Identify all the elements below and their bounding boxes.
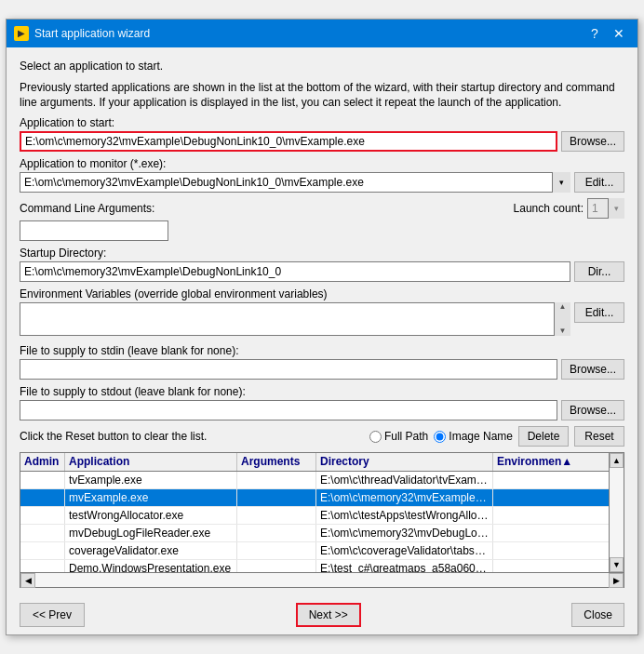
cell-admin [20,472,65,488]
full-path-radio[interactable] [369,431,382,443]
image-name-radio-label[interactable]: Image Name [434,430,513,443]
launch-count-select[interactable]: 1 [587,198,624,219]
env-vars-input-row: ▲ ▼ Edit... [20,302,624,339]
table-row[interactable]: coverageValidator.exe E:\om\c\coverageVa… [20,542,624,560]
col-header-directory: Directory [316,453,493,471]
stdin-input-row: Browse... [20,359,624,380]
cell-admin [20,560,65,572]
cell-directory: E:\om\c\memory32\mvDebugLogF... [316,525,493,541]
prev-button[interactable]: << Prev [20,603,85,627]
cell-arguments [237,560,316,572]
cell-application: tvExample.exe [65,472,237,488]
description-line1: Select an application to start. [20,59,624,74]
close-button[interactable]: Close [571,603,624,627]
cell-application: mvDebugLogFileReader.exe [65,525,237,541]
title-bar-left: ▶ Start application wizard [14,26,150,41]
stdout-browse-button[interactable]: Browse... [561,400,624,420]
app-to-start-input-row: Browse... [20,131,624,152]
app-to-monitor-edit-button[interactable]: Edit... [574,172,624,193]
table-row[interactable]: tvExample.exe E:\om\c\threadValidator\tv… [20,472,624,489]
footer-left: << Prev [20,603,85,627]
cell-admin [20,507,65,524]
horiz-scroll-track[interactable] [35,573,609,587]
cmdline-label-row: Command Line Arguments: Launch count: 1 … [20,198,624,219]
stdin-row: File to supply to stdin (leave blank for… [20,344,624,380]
env-scroll-up-icon[interactable]: ▲ [559,303,567,311]
cell-application: mvExample.exe [65,489,237,506]
cell-arguments [237,525,316,541]
table-row[interactable]: mvDebugLogFileReader.exe E:\om\c\memory3… [20,525,624,542]
app-to-start-input[interactable] [20,131,557,152]
footer-right: Close [571,603,624,627]
stdin-browse-button[interactable]: Browse... [561,359,624,380]
cmdline-input[interactable] [20,220,168,241]
app-to-monitor-select[interactable]: E:\om\c\memory32\mvExample\DebugNonLink1… [20,172,570,193]
env-vars-edit-button[interactable]: Edit... [574,302,624,323]
cell-arguments [237,472,316,488]
env-vars-scroll: ▲ ▼ [554,302,570,336]
startup-dir-input[interactable] [20,261,570,282]
cell-application: testWrongAllocator.exe [65,507,237,524]
startup-dir-button[interactable]: Dir... [574,261,624,282]
wizard-icon: ▶ [14,26,29,41]
image-name-radio[interactable] [434,431,446,443]
stdout-label: File to supply to stdout (leave blank fo… [20,385,624,398]
col-header-environment: Environmen▲ [493,453,624,471]
full-path-radio-text: Full Path [384,430,428,443]
description-line2: Previously started applications are show… [20,80,624,112]
startup-dir-input-row: Dir... [20,261,624,282]
stdout-input[interactable] [20,400,557,420]
app-to-monitor-row: Application to monitor (*.exe): E:\om\c\… [20,157,624,193]
start-application-wizard-dialog: ▶ Start application wizard ? ✕ Select an… [6,19,638,635]
env-vars-textarea[interactable] [20,302,570,336]
cell-application: Demo.WindowsPresentation.exe [65,560,237,572]
scroll-left-button[interactable]: ◀ [20,573,35,588]
footer-buttons: << Prev Next >> Close [7,595,637,634]
cell-environment [493,489,624,506]
window-close-button[interactable]: ✕ [608,24,630,43]
cmdline-row: Command Line Arguments: Launch count: 1 … [20,198,624,241]
col-header-arguments: Arguments [237,453,316,471]
delete-button[interactable]: Delete [518,426,569,447]
stdin-input[interactable] [20,359,557,380]
table-horizontal-scrollbar[interactable]: ◀ ▶ [20,573,624,588]
scroll-track[interactable] [610,468,624,557]
next-button[interactable]: Next >> [296,603,361,627]
dialog-content: Select an application to start. Previous… [7,47,637,595]
cell-environment [493,525,624,541]
app-to-monitor-label: Application to monitor (*.exe): [20,157,624,170]
full-path-radio-label[interactable]: Full Path [369,430,428,443]
app-to-start-label: Application to start: [20,116,624,129]
launch-count-label: Launch count: [514,202,584,215]
cell-arguments [237,489,316,506]
cell-directory: E:\om\c\memory32\mvExample\D... [316,489,493,506]
cell-environment [493,507,624,524]
app-to-start-row: Application to start: Browse... [20,116,624,152]
table-row[interactable]: Demo.WindowsPresentation.exe E:\test_c#\… [20,560,624,572]
startup-dir-row: Startup Directory: Dir... [20,247,624,282]
scroll-up-button[interactable]: ▲ [610,453,624,468]
cell-admin [20,525,65,541]
launch-count-group: Launch count: 1 ▾ [514,198,624,219]
table-vertical-scrollbar[interactable]: ▲ ▼ [609,453,624,572]
title-bar: ▶ Start application wizard ? ✕ [7,20,637,47]
reset-button[interactable]: Reset [574,426,624,447]
launch-count-combo-wrap: 1 ▾ [587,198,624,219]
stdin-label: File to supply to stdin (leave blank for… [20,344,624,357]
table-row[interactable]: testWrongAllocator.exe E:\om\c\testApps\… [20,507,624,525]
app-to-monitor-combo-wrap: E:\om\c\memory32\mvExample\DebugNonLink1… [20,172,570,193]
table-row[interactable]: mvExample.exe E:\om\c\memory32\mvExample… [20,489,624,507]
scroll-down-button[interactable]: ▼ [610,557,624,572]
list-controls-row: Click the Reset button to clear the list… [20,426,624,447]
app-to-start-browse-button[interactable]: Browse... [561,131,624,152]
stdout-input-row: Browse... [20,400,624,420]
scroll-right-button[interactable]: ▶ [609,573,624,588]
footer-center: Next >> [90,603,566,627]
title-bar-controls: ? ✕ [584,24,630,43]
cell-application: coverageValidator.exe [65,542,237,559]
cell-environment [493,542,624,559]
help-button[interactable]: ? [584,24,606,43]
cell-admin [20,489,65,506]
env-scroll-down-icon[interactable]: ▼ [559,327,567,335]
cell-arguments [237,507,316,524]
